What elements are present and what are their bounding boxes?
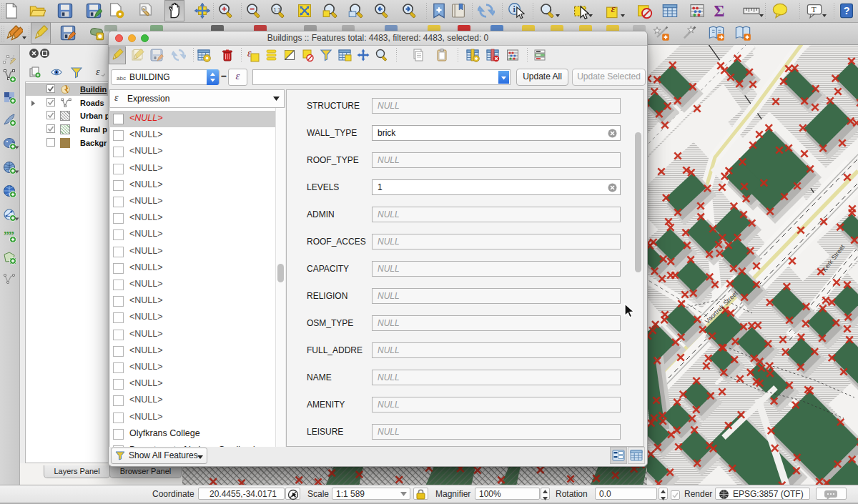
svg-text:ε: ε: [96, 66, 100, 77]
svg-text:T: T: [812, 5, 817, 14]
svg-text:?: ?: [844, 5, 850, 16]
svg-text:Σ: Σ: [714, 2, 724, 19]
svg-text:ε: ε: [611, 2, 616, 14]
svg-text:ε: ε: [247, 48, 252, 59]
svg-text:1:1: 1:1: [273, 6, 280, 13]
